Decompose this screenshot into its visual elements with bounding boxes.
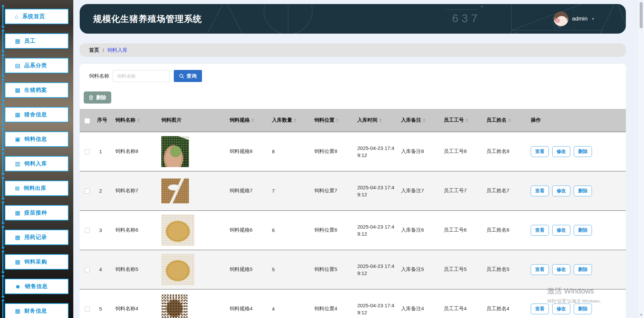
delete-row-button[interactable]: 删除 — [574, 304, 592, 314]
sort-icon[interactable] — [508, 118, 511, 122]
edit-button[interactable]: 修改 — [552, 146, 570, 157]
sidebar-item-pigsty-info[interactable]: 猪舍信息 — [5, 107, 69, 122]
card-icon — [15, 161, 20, 167]
row-checkbox[interactable] — [85, 149, 90, 154]
query-button[interactable]: 查询 — [174, 70, 202, 82]
sidebar-item-feed-inbound[interactable]: 饲料入库 — [5, 156, 69, 171]
row-checkbox[interactable] — [85, 189, 90, 194]
feed-image — [161, 214, 194, 246]
cell-index: 2 — [94, 171, 113, 210]
sidebar-item-label: 员工 — [24, 38, 36, 45]
user-menu[interactable]: admin — [554, 11, 595, 26]
sidebar-item-label: 生猪档案 — [24, 87, 47, 94]
edit-button[interactable]: 修改 — [552, 264, 570, 275]
feed-inbound-table: 序号 饲料名称 饲料图片 饲料规格 入库数量 饲料位置 入库时间 入库备注 员工… — [80, 109, 626, 318]
column-header-index: 序号 — [94, 109, 113, 132]
cell-employee-no: 员工工号4 — [441, 289, 484, 318]
cell-feed-location: 饲料位置5 — [312, 250, 355, 289]
sidebar: 系统首页 员工 品系分类 生猪档案 猪舍信息 饲料信息 — [0, 0, 73, 318]
search-icon — [179, 74, 184, 79]
select-all-checkbox[interactable] — [85, 118, 90, 123]
edit-button[interactable]: 修改 — [552, 304, 570, 314]
breadcrumb-current[interactable]: 饲料入库 — [107, 47, 127, 53]
view-button[interactable]: 查看 — [531, 186, 549, 196]
column-header-feed-image: 饲料图片 — [159, 109, 227, 132]
delete-row-button[interactable]: 删除 — [574, 186, 592, 196]
edit-button[interactable]: 修改 — [552, 225, 570, 236]
delete-row-button[interactable]: 删除 — [574, 264, 592, 275]
sidebar-item-sales-info[interactable]: 销售信息 — [5, 279, 69, 294]
cell-employee-name: 员工姓名4 — [484, 289, 528, 318]
cell-inbound-remark: 入库备注6 — [398, 210, 441, 250]
sidebar-item-employees[interactable]: 员工 — [5, 33, 69, 49]
sidebar-item-label: 饲料入库 — [24, 160, 47, 167]
cell-inbound-time: 2025-04-23 17:49:12 — [355, 132, 398, 171]
table-row: 5 饲料名称4 饲料规格4 4 饲料位置4 2025-04-23 17:49:1… — [80, 289, 626, 318]
sketch-border — [2, 276, 3, 297]
row-checkbox[interactable] — [85, 267, 90, 272]
column-header-employee-name: 员工姓名 — [484, 109, 528, 132]
cell-feed-spec: 饲料规格4 — [227, 289, 269, 318]
cell-inbound-qty: 5 — [269, 250, 312, 289]
edit-button[interactable]: 修改 — [552, 186, 570, 196]
breadcrumb-home[interactable]: 首页 — [89, 47, 99, 53]
scrollbar[interactable] — [638, 0, 644, 318]
sketch-border — [2, 30, 3, 52]
sketch-border — [2, 177, 3, 199]
sidebar-item-label: 品系分类 — [24, 62, 47, 69]
topbar: 6 3 7 + θ x 规模化生猪养殖场管理系统 admin — [80, 4, 626, 34]
app-title: 规模化生猪养殖场管理系统 — [93, 13, 202, 25]
cell-inbound-remark: 入库备注5 — [398, 250, 441, 289]
grid-icon — [15, 308, 20, 314]
view-button[interactable]: 查看 — [531, 304, 549, 314]
column-header-feed-name: 饲料名称 — [113, 109, 159, 132]
user-icon — [15, 284, 21, 289]
cell-feed-spec: 饲料规格7 — [227, 171, 269, 210]
sidebar-item-medication-records[interactable]: 用药记录 — [5, 230, 69, 245]
scrollbar-down-arrow-icon[interactable] — [638, 313, 644, 317]
sidebar-item-vaccination[interactable]: 疫苗接种 — [5, 205, 69, 221]
row-checkbox[interactable] — [85, 228, 90, 233]
cell-employee-name: 员工姓名5 — [484, 250, 528, 289]
cell-feed-name: 饲料名称4 — [113, 289, 159, 318]
sidebar-item-pig-archive[interactable]: 生猪档案 — [5, 82, 69, 98]
grid-icon — [15, 210, 20, 216]
cell-employee-name: 员工姓名7 — [484, 171, 528, 210]
sort-icon[interactable] — [423, 118, 426, 122]
feed-image — [161, 178, 189, 203]
sidebar-item-breed-category[interactable]: 品系分类 — [5, 58, 69, 73]
search-input[interactable] — [113, 70, 170, 82]
content-card: 饲料名称 查询 删除 — [80, 64, 626, 318]
sort-icon[interactable] — [336, 118, 339, 122]
sidebar-item-feed-outbound[interactable]: 饲料出库 — [5, 181, 69, 196]
sidebar-item-home[interactable]: 系统首页 — [5, 9, 69, 24]
sort-icon[interactable] — [137, 118, 140, 122]
sidebar-item-label: 销售信息 — [25, 283, 48, 290]
query-button-label: 查询 — [187, 73, 197, 79]
table-row: 2 饲料名称7 饲料规格7 7 饲料位置7 2025-04-23 17:49:1… — [80, 171, 626, 210]
sort-icon[interactable] — [251, 118, 254, 122]
delete-row-button[interactable]: 删除 — [574, 146, 592, 157]
column-header-inbound-time: 入库时间 — [355, 109, 398, 132]
sort-icon[interactable] — [294, 118, 296, 122]
table-row: 1 饲料名称8 饲料规格8 8 饲料位置8 2025-04-23 17:49:1… — [80, 132, 626, 171]
sidebar-item-feed-purchase[interactable]: 饲料采购 — [5, 254, 69, 270]
sidebar-item-finance-info[interactable]: 财务信息 — [5, 303, 69, 318]
view-button[interactable]: 查看 — [531, 225, 549, 236]
sidebar-item-feed-info[interactable]: 饲料信息 — [5, 131, 69, 147]
sketch-border — [2, 79, 3, 101]
sort-icon[interactable] — [466, 118, 468, 122]
sketch-border — [2, 6, 3, 27]
row-checkbox[interactable] — [85, 307, 90, 312]
column-header-actions: 操作 — [528, 109, 626, 132]
sidebar-item-label: 疫苗接种 — [24, 209, 47, 216]
sort-icon[interactable] — [379, 118, 382, 122]
view-button[interactable]: 查看 — [531, 146, 549, 157]
scrollbar-thumb[interactable] — [640, 2, 643, 28]
cell-inbound-time: 2025-04-23 17:49:12 — [355, 210, 398, 250]
view-button[interactable]: 查看 — [531, 264, 549, 275]
delete-row-button[interactable]: 删除 — [574, 225, 592, 236]
delete-button-label: 删除 — [96, 94, 106, 101]
box-out-icon — [15, 186, 19, 191]
delete-button[interactable]: 删除 — [84, 91, 111, 104]
